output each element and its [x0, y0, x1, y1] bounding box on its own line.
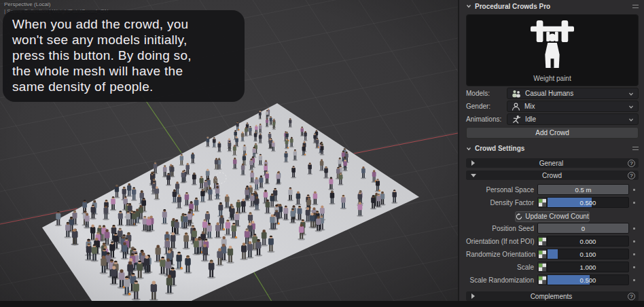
update-row: Update Crowd Count: [466, 210, 639, 221]
window-bottom-edge: [0, 301, 644, 307]
crowd-settings-title: Crowd Settings: [475, 145, 632, 152]
models-row: Models: Casual Humans: [466, 88, 639, 99]
models-select[interactable]: Casual Humans: [507, 88, 639, 99]
texture-checker-icon[interactable]: [537, 249, 547, 259]
expand-arrow-icon: [471, 174, 476, 177]
help-icon[interactable]: ?: [628, 293, 635, 300]
panel-header[interactable]: Procedural Crowds Pro: [466, 2, 639, 10]
models-value: Casual Humans: [525, 90, 628, 97]
add-crowd-button[interactable]: Add Crowd: [466, 127, 639, 139]
menu-dots-icon[interactable]: [632, 4, 639, 9]
randomize-orientation-slider[interactable]: 0.100: [547, 249, 629, 259]
texture-checker-icon[interactable]: [537, 236, 547, 247]
orientation-label: Orientation (If not POI): [466, 238, 537, 245]
help-icon[interactable]: ?: [628, 160, 635, 167]
density-factor-slider[interactable]: 0.500: [547, 197, 629, 208]
gender-row: Gender: Mix: [466, 101, 639, 112]
animate-dot[interactable]: [633, 202, 635, 204]
personal-space-value: 0.5 m: [538, 185, 628, 194]
position-seed-field[interactable]: 0: [537, 223, 629, 234]
update-label: Update Crowd Count: [525, 213, 588, 220]
scale-randomization-row: Scale Randomization 0.500: [466, 274, 639, 285]
animations-value: Idle: [525, 115, 628, 123]
run-icon: [512, 115, 521, 124]
orientation-row: Orientation (If not POI) 0.000: [466, 236, 639, 247]
personal-space-field[interactable]: 0.5 m: [537, 184, 629, 195]
position-seed-row: Position Seed 0: [466, 223, 639, 234]
animations-select[interactable]: Idle: [507, 113, 639, 125]
animate-dot[interactable]: [633, 240, 635, 242]
chevron-down-icon: [628, 117, 634, 122]
caption-line: won't see any models initially,: [12, 32, 234, 48]
personal-space-label: Personal Space: [466, 186, 537, 194]
subpanel-crowd[interactable]: Crowd ?: [466, 170, 639, 180]
caption-line: same density of people.: [12, 79, 234, 94]
caption-line: When you add the crowd, you: [12, 16, 234, 32]
animate-dot[interactable]: [633, 253, 635, 255]
subpanel-general[interactable]: General ?: [466, 158, 639, 168]
preview-label: Weight paint: [467, 75, 638, 82]
chevron-down-icon: [628, 104, 634, 109]
menu-dots-icon[interactable]: [632, 146, 639, 151]
general-title: General: [475, 160, 628, 167]
chevron-down-icon: [628, 91, 634, 96]
viewport-3d[interactable]: Perspective (Local) | Scene Collection |…: [0, 0, 458, 307]
randomize-orientation-label: Randomize Orientation: [466, 251, 537, 258]
scale-value: 1.000: [548, 262, 628, 272]
density-factor-row: Density Factor 0.500: [466, 197, 639, 208]
personal-space-row: Personal Space 0.5 m: [466, 184, 639, 195]
scale-randomization-slider[interactable]: 0.500: [547, 274, 629, 285]
scale-row: Scale 1.000: [466, 261, 639, 272]
animations-label: Animations:: [466, 115, 507, 123]
texture-checker-icon[interactable]: [537, 261, 547, 272]
position-seed-value: 0: [538, 223, 628, 233]
orientation-value: 0.000: [548, 236, 628, 246]
crowd-title: Crowd: [476, 172, 628, 179]
models-label: Models:: [466, 90, 507, 97]
animate-dot[interactable]: [633, 228, 635, 230]
caption-line: press this button. By doing so,: [12, 48, 234, 63]
crowd-properties: Personal Space 0.5 m Density Factor 0.50…: [466, 184, 639, 285]
chevron-down-icon: [466, 146, 471, 151]
texture-checker-icon[interactable]: [537, 197, 547, 208]
view-label: Perspective (Local): [4, 1, 108, 7]
texture-checker-icon[interactable]: [537, 274, 547, 285]
crowd-settings-header[interactable]: Crowd Settings: [466, 144, 639, 153]
gender-label: Gender:: [466, 103, 507, 110]
animate-dot[interactable]: [633, 266, 635, 268]
update-crowd-count-button[interactable]: Update Crowd Count: [515, 211, 590, 222]
chevron-down-icon: [466, 3, 471, 9]
humans-icon: [512, 90, 521, 98]
scale-randomization-value: 0.500: [548, 275, 628, 285]
gender-select[interactable]: Mix: [507, 101, 639, 112]
weight-paint-icon: [531, 20, 574, 68]
position-seed-label: Position Seed: [466, 225, 537, 232]
person-icon: [512, 103, 520, 111]
subpanel-complements[interactable]: Complements ?: [466, 291, 639, 301]
randomize-orientation-row: Randomize Orientation 0.100: [466, 249, 639, 259]
density-factor-value: 0.500: [548, 198, 628, 207]
refresh-icon: [516, 213, 522, 220]
caption-line: the whole mesh will have the: [12, 63, 234, 79]
animate-dot[interactable]: [633, 189, 635, 191]
procedural-crowds-panel: Procedural Crowds Pro Weight paint Model…: [458, 0, 644, 301]
caption-overlay: When you add the crowd, you won't see an…: [3, 10, 245, 102]
animate-dot[interactable]: [633, 279, 635, 281]
scale-randomization-label: Scale Randomization: [466, 276, 537, 284]
scale-label: Scale: [466, 264, 537, 271]
gender-value: Mix: [524, 103, 628, 110]
panel-title: Procedural Crowds Pro: [475, 3, 632, 10]
animations-row: Animations: Idle: [466, 113, 639, 125]
density-factor-label: Density Factor: [466, 199, 537, 206]
preset-preview[interactable]: Weight paint: [466, 14, 639, 86]
orientation-slider[interactable]: 0.000: [547, 236, 629, 247]
randomize-orientation-value: 0.100: [548, 249, 628, 259]
complements-title: Complements: [475, 293, 628, 300]
blender-window: Perspective (Local) | Scene Collection |…: [0, 0, 644, 307]
scale-slider[interactable]: 1.000: [547, 261, 629, 272]
help-icon[interactable]: ?: [628, 172, 635, 179]
